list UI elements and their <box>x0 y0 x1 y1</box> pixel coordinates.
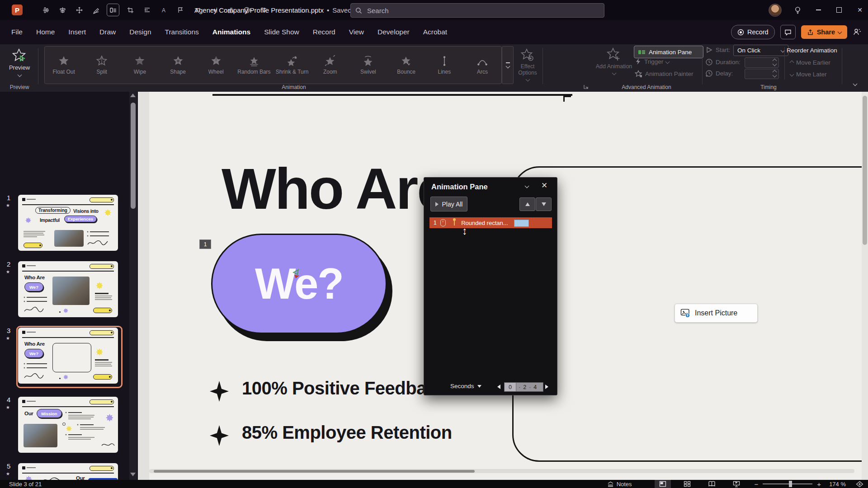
slide-bullet-1[interactable]: 100% Positive Feedback <box>242 378 446 399</box>
seconds-dropdown[interactable]: Seconds <box>450 383 481 389</box>
indent-flag-icon[interactable] <box>175 4 186 16</box>
notes-button[interactable]: Notes <box>603 480 637 488</box>
tab-file[interactable]: File <box>5 20 29 44</box>
maximize-button[interactable] <box>835 5 844 14</box>
animation-number-badge[interactable]: 1 <box>199 239 211 249</box>
slide-sorter-button[interactable] <box>679 480 695 488</box>
insert-picture-button[interactable]: Insert Picture <box>675 304 758 323</box>
move-icon[interactable] <box>73 4 85 16</box>
normal-view-button[interactable] <box>655 480 671 488</box>
font-icon[interactable]: A <box>158 4 170 16</box>
start-dropdown[interactable]: On Click <box>733 45 788 56</box>
slide-3-thumbnail[interactable]: Who Are We? <box>18 328 118 384</box>
animation-shrink-turn[interactable]: Shrink & Turn <box>273 47 311 84</box>
horizontal-scrollbar-thumb[interactable] <box>154 470 475 473</box>
animation-bounce[interactable]: Bounce <box>387 47 425 84</box>
share-button[interactable]: Share <box>801 25 847 39</box>
tab-home[interactable]: Home <box>29 20 61 44</box>
slide-we-shape[interactable]: We? <box>211 234 387 334</box>
distribute-objects-icon[interactable] <box>57 4 68 16</box>
tab-animations[interactable]: Animations <box>206 20 257 44</box>
tab-view[interactable]: View <box>342 20 371 44</box>
zoom-slider-thumb[interactable] <box>789 481 792 487</box>
ink-pen-icon[interactable] <box>90 4 102 16</box>
minimize-button[interactable] <box>814 5 823 14</box>
preview-button[interactable]: Preview <box>4 46 35 78</box>
pane-collapse-icon[interactable] <box>525 184 529 188</box>
trigger-button[interactable]: Trigger <box>635 58 669 65</box>
duration-spinner[interactable] <box>745 57 779 68</box>
zoom-out-button[interactable]: − <box>752 480 761 488</box>
thumbnail-scroll-up-icon[interactable] <box>130 94 136 97</box>
animation-swivel[interactable]: Swivel <box>349 47 387 84</box>
animation-painter-button[interactable]: Animation Painter <box>635 70 693 78</box>
animation-wipe[interactable]: Wipe <box>121 47 159 84</box>
timing-bar[interactable] <box>514 220 529 227</box>
play-all-button[interactable]: Play All <box>430 197 467 211</box>
tab-slide-show[interactable]: Slide Show <box>257 20 306 44</box>
user-avatar[interactable] <box>769 4 782 17</box>
zoom-slider[interactable] <box>761 480 814 488</box>
zoom-percentage[interactable]: 174 % <box>824 480 851 488</box>
align-text-icon[interactable] <box>141 4 153 16</box>
horizontal-scrollbar[interactable] <box>149 469 854 473</box>
close-button[interactable]: ✕ <box>855 5 864 14</box>
lightbulb-icon[interactable] <box>793 6 802 14</box>
collapse-ribbon-icon[interactable] <box>853 82 858 86</box>
animation-float-out[interactable]: Float Out <box>45 47 83 84</box>
thumbnail-scrollbar-thumb[interactable] <box>131 103 136 209</box>
animation-arcs[interactable]: Arcs <box>463 47 501 84</box>
dialog-launcher-icon[interactable] <box>583 84 589 89</box>
tab-insert[interactable]: Insert <box>61 20 93 44</box>
slideshow-button[interactable] <box>728 480 745 488</box>
selection-pane-icon[interactable] <box>107 4 119 16</box>
reading-view-button[interactable] <box>703 480 720 488</box>
timeline-scroll-left-icon[interactable] <box>497 385 500 389</box>
record-button[interactable]: Record <box>731 25 775 39</box>
slide-4-thumbnail[interactable]: Our Mission <box>18 397 118 453</box>
pane-close-icon[interactable]: ✕ <box>541 181 547 190</box>
animation-item-row[interactable]: 1 Rounded rectan... <box>429 217 552 228</box>
add-animation-button[interactable]: Add Animation <box>591 46 637 76</box>
animation-lines[interactable]: Lines <box>425 47 463 84</box>
animation-wheel[interactable]: Wheel <box>197 47 235 84</box>
crop-icon[interactable] <box>124 4 136 16</box>
tab-acrobat[interactable]: Acrobat <box>416 20 454 44</box>
comments-button[interactable] <box>780 25 796 39</box>
animation-split[interactable]: Split <box>83 47 121 84</box>
slide-5-number: 5 <box>7 462 10 470</box>
slide-2-thumbnail[interactable]: Who Are We? <box>18 261 118 317</box>
tab-developer[interactable]: Developer <box>371 20 416 44</box>
effect-options-button[interactable]: Effect Options <box>514 46 542 82</box>
move-earlier-button[interactable]: Move Earlier <box>790 59 830 66</box>
timeline-scroll-right-icon[interactable] <box>545 385 548 389</box>
search-box[interactable] <box>350 3 604 18</box>
animation-pane-button[interactable]: Animation Pane <box>634 46 703 58</box>
slide-bullet-2[interactable]: 85% Employee Retention <box>242 422 452 443</box>
presenter-coach-icon[interactable] <box>853 28 862 37</box>
slide-1-thumbnail[interactable]: Transforming Visions into Impactful Expe… <box>18 195 118 251</box>
powerpoint-app-icon[interactable]: P <box>12 5 23 15</box>
zoom-in-button[interactable]: + <box>814 480 824 488</box>
align-objects-icon[interactable] <box>40 4 52 16</box>
gallery-expand-button[interactable] <box>502 46 514 84</box>
timeline-scale[interactable]: 0 · 2 · 4 <box>504 382 543 392</box>
tab-design[interactable]: Design <box>123 20 158 44</box>
tab-draw[interactable]: Draw <box>93 20 123 44</box>
document-title[interactable]: Agency Company Profile Presentation.pptx… <box>194 0 358 20</box>
slide-heading[interactable]: Who Are <box>222 155 448 222</box>
search-input[interactable] <box>366 6 599 15</box>
thumbnail-scroll-down-icon[interactable] <box>130 473 136 476</box>
move-later-button[interactable]: Move Later <box>790 71 827 78</box>
fit-slide-button[interactable] <box>851 480 865 488</box>
animation-zoom[interactable]: Zoom <box>311 47 349 84</box>
move-up-button[interactable] <box>519 197 535 211</box>
vertical-scrollbar-thumb[interactable] <box>863 96 867 245</box>
move-down-button[interactable] <box>536 197 552 211</box>
animation-shape[interactable]: Shape <box>159 47 197 84</box>
tab-record[interactable]: Record <box>306 20 342 44</box>
animation-random-bars[interactable]: Random Bars <box>235 47 273 84</box>
slide-5-thumbnail[interactable]: Our Vision PLACE HERE PLACE HEREPLACE HE… <box>18 463 118 480</box>
delay-spinner[interactable] <box>745 69 779 79</box>
tab-transitions[interactable]: Transitions <box>158 20 206 44</box>
